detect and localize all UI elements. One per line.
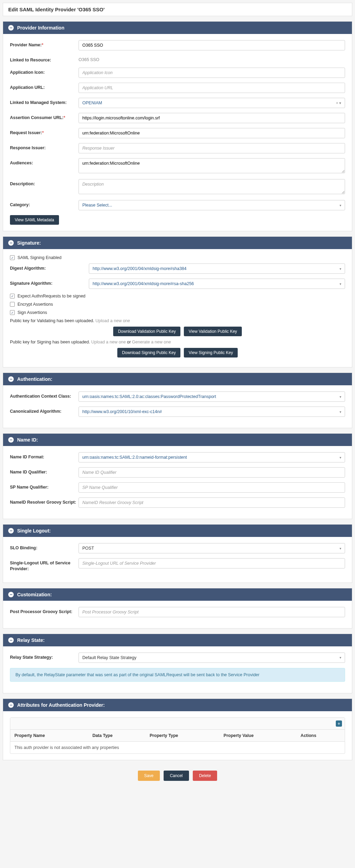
saml-signing-enabled-label: SAML Signing Enabled [17, 255, 61, 260]
panel-title: Provider Information [17, 25, 64, 31]
managed-system-select[interactable]: OPENIAM × ▾ [79, 98, 345, 108]
relay-state-strategy-select[interactable]: Default Relay State Strategy▾ [79, 653, 345, 663]
app-icon-label: Application Icon: [10, 68, 79, 75]
page-title: Edit SAML Identity Provider 'O365 SSO' [8, 7, 347, 12]
signature-algorithm-select[interactable]: http://www.w3.org/2001/04/xmldsig-more#r… [89, 279, 345, 289]
app-url-label: Application URL: [10, 83, 79, 90]
saml-signing-enabled-checkbox[interactable]: ✓ [10, 255, 15, 260]
encrypt-assertions-checkbox[interactable] [10, 302, 15, 307]
relay-state-panel: − Relay State: Relay State Strategy: Def… [3, 634, 352, 693]
relay-state-info: By default, the RelayState parameter tha… [10, 668, 345, 682]
provider-name-label: Provider Name:* [10, 40, 79, 48]
signing-key-text: Public key for Signing has been uploaded… [10, 340, 345, 344]
linked-resource-label: Linked to Resource: [10, 55, 79, 63]
digest-algorithm-select[interactable]: http://www.w3.org/2001/04/xmldsig-more#s… [89, 263, 345, 274]
view-saml-metadata-button[interactable]: View SAML Metadata [10, 215, 59, 225]
col-property-value: Property Value [220, 730, 297, 742]
provider-name-input[interactable] [79, 40, 345, 50]
relay-state-header[interactable]: − Relay State: [3, 634, 352, 646]
customization-panel: − Customization: Post Processor Groovy S… [3, 588, 352, 629]
expect-signed-checkbox[interactable]: ✓ [10, 294, 15, 298]
panel-title: Attributes for Authentication Provider: [17, 702, 105, 708]
response-issuer-input[interactable] [79, 143, 345, 153]
linked-resource-value: O365 SSO [79, 55, 345, 62]
signature-algorithm-label: Signature Algorithm: [10, 279, 89, 286]
slo-binding-label: SLO Binding: [10, 543, 79, 551]
auth-context-class-select[interactable]: urn:oasis:names:tc:SAML:2.0:ac:classes:P… [79, 391, 345, 402]
customization-header[interactable]: − Customization: [3, 588, 352, 601]
attributes-panel: − Attributes for Authentication Provider… [3, 699, 352, 760]
collapse-icon[interactable]: − [8, 376, 14, 382]
managed-system-label: Linked to Managed System: [10, 98, 79, 105]
slo-binding-select[interactable]: POST▾ [79, 543, 345, 553]
view-signing-key-button[interactable]: View Signing Public Key [184, 348, 238, 357]
add-attribute-button[interactable]: + [336, 720, 342, 727]
expect-signed-label: Expect AuthnRequests to be signed [17, 294, 85, 298]
delete-button[interactable]: Delete [193, 771, 217, 781]
col-data-type: Data Type [88, 730, 145, 742]
nameid-format-label: Name ID Format: [10, 452, 79, 460]
encrypt-assertions-label: Encrypt Assertions [17, 302, 53, 307]
description-input[interactable] [79, 179, 345, 194]
upload-signing-link[interactable]: Upload a new one [91, 340, 126, 344]
app-url-input[interactable] [79, 83, 345, 93]
panel-title: Single Logout: [17, 528, 51, 533]
collapse-icon[interactable]: − [8, 240, 14, 246]
page-header: Edit SAML Identity Provider 'O365 SSO' [3, 3, 352, 16]
panel-title: Authentication: [17, 376, 52, 382]
request-issuer-label: Request Issuer:* [10, 128, 79, 136]
slo-url-input[interactable] [79, 558, 345, 568]
nameid-resolver-input[interactable] [79, 497, 345, 508]
sp-name-qualifier-input[interactable] [79, 482, 345, 493]
panel-title: Signature: [17, 240, 41, 246]
view-validation-key-button[interactable]: View Validation Public Key [184, 327, 242, 336]
app-icon-input[interactable] [79, 68, 345, 78]
save-button[interactable]: Save [138, 771, 159, 781]
panel-title: Customization: [17, 592, 52, 597]
name-id-header[interactable]: − Name ID: [3, 434, 352, 446]
collapse-icon[interactable]: − [8, 592, 14, 597]
sign-assertions-checkbox[interactable]: ✓ [10, 310, 15, 315]
nameid-format-select[interactable]: urn:oasis:names:tc:SAML:2.0:nameid-forma… [79, 452, 345, 462]
upload-validating-link[interactable]: Upload a new one [95, 318, 130, 323]
nameid-resolver-label: NameID Resolver Groovy Script: [10, 497, 79, 505]
canon-algorithm-select[interactable]: http://www.w3.org/2001/10/xml-exc-c14n#▾ [79, 407, 345, 417]
collapse-icon[interactable]: − [8, 702, 14, 708]
collapse-icon[interactable]: − [8, 637, 14, 643]
collapse-icon[interactable]: − [8, 437, 14, 443]
table-empty-row: This auth provider is not associated wit… [10, 741, 345, 753]
slo-panel: − Single Logout: SLO Binding: POST▾ Sing… [3, 524, 352, 583]
authentication-header[interactable]: − Authentication: [3, 373, 352, 385]
col-actions: Actions [296, 730, 345, 742]
request-issuer-input[interactable] [79, 128, 345, 138]
description-label: Description: [10, 179, 79, 187]
download-validation-key-button[interactable]: Download Validation Public Key [113, 327, 181, 336]
sign-assertions-label: Sign Assertions [17, 310, 47, 315]
digest-algorithm-label: Digest Algorithm: [10, 263, 89, 271]
nameid-qualifier-label: Name ID Qualifier: [10, 467, 79, 475]
audiences-input[interactable]: urn:federation:MicrosoftOnline [79, 158, 345, 173]
audiences-label: Audiences: [10, 158, 79, 166]
collapse-icon[interactable]: − [8, 528, 14, 533]
response-issuer-label: Response Issuer: [10, 143, 79, 151]
name-id-panel: − Name ID: Name ID Format: urn:oasis:nam… [3, 433, 352, 519]
slo-url-label: Single-Logout URL of Service Provider: [10, 558, 79, 572]
attributes-table-wrap: + Property Name Data Type Property Type … [10, 717, 345, 754]
nameid-qualifier-input[interactable] [79, 467, 345, 478]
attributes-header[interactable]: − Attributes for Authentication Provider… [3, 699, 352, 711]
relay-state-strategy-label: Relay State Strategy: [10, 653, 79, 660]
signature-header[interactable]: − Signature: [3, 237, 352, 249]
generate-signing-link[interactable]: Generate a new one [132, 340, 171, 344]
slo-header[interactable]: − Single Logout: [3, 525, 352, 537]
acs-url-input[interactable] [79, 113, 345, 123]
category-select[interactable]: Please Select...▾ [79, 200, 345, 210]
authentication-panel: − Authentication: Authentication Context… [3, 373, 352, 428]
post-processor-input[interactable] [79, 607, 345, 617]
download-signing-key-button[interactable]: Download Signing Public Key [117, 348, 181, 357]
footer-actions: Save Cancel Delete [0, 765, 355, 786]
acs-url-label: Assertion Consumer URL:* [10, 113, 79, 120]
provider-info-header[interactable]: − Provider Information [3, 22, 352, 34]
cancel-button[interactable]: Cancel [164, 771, 189, 781]
collapse-icon[interactable]: − [8, 25, 14, 31]
post-processor-label: Post Processor Groovy Script: [10, 607, 79, 614]
